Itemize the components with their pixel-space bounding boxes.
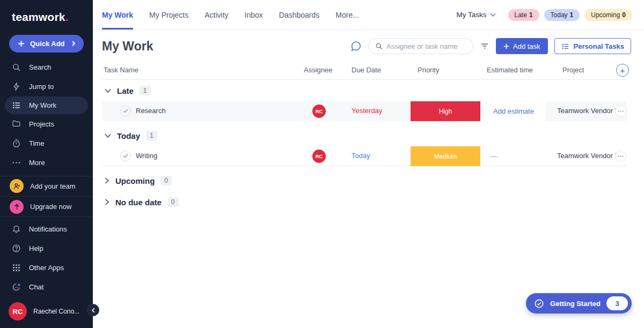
due-date[interactable]: Today [352,152,370,160]
section-title: Today [117,131,140,140]
sidebar-item-more[interactable]: More [0,153,93,173]
task-name[interactable]: Research [136,107,166,115]
sidebar-item-label: Other Apps [29,264,64,272]
tab-more[interactable]: More... [335,0,359,29]
add-column-button[interactable]: + [616,64,629,77]
upgrade-arrow-icon [10,200,24,214]
chevron-down-icon [105,88,111,93]
apps-grid-icon [12,263,21,273]
user-profile[interactable]: RC Raechel Cono... [0,297,93,328]
task-name[interactable]: Writing [136,152,157,160]
sidebar-item-label: My Work [29,101,56,109]
row-more-options-button[interactable] [615,106,626,117]
filter-icon[interactable] [480,41,489,51]
search-icon [375,42,383,50]
section-count-badge: 1 [146,131,157,140]
complete-task-checkbox[interactable] [120,151,131,161]
sidebar-item-label: Time [29,139,44,147]
upcoming-count-badge[interactable]: Upcoming0 [584,9,632,21]
sidebar-item-projects[interactable]: Projects [0,114,93,133]
task-list-icon [12,101,21,110]
tab-my-projects[interactable]: My Projects [149,0,188,29]
task-search-box [368,38,473,54]
sidebar-item-add-your-team[interactable]: Add your team [0,176,93,196]
tab-activity[interactable]: Activity [204,0,228,29]
quick-add-button[interactable]: Quick Add [9,35,84,52]
user-name: Raechel Cono... [33,308,79,315]
section-header-no-due-date[interactable]: No due date 0 [102,191,627,213]
logo-dot: . [65,11,69,23]
lightning-icon [12,82,21,92]
topbar-right: My Tasks Late1 Today1 Upcoming0 [457,9,633,21]
sidebar-collapse-button[interactable] [87,304,99,316]
sidebar-item-jump-to[interactable]: Jump to [0,77,93,96]
search-icon [12,63,21,72]
my-tasks-dropdown[interactable]: My Tasks [457,11,496,19]
help-icon [12,244,21,254]
add-task-button[interactable]: Add task [496,38,548,54]
priority-cell[interactable]: High [411,101,480,121]
chevron-down-icon [490,13,496,17]
sidebar: teamwork. Quick Add Search Jump to My Wo… [0,0,93,328]
header-controls: Add task Personal Tasks [350,38,631,54]
assignee-avatar[interactable]: RC [312,150,326,163]
today-count-badge[interactable]: Today1 [544,9,580,21]
top-navigation-bar: My Work My Projects Activity Inbox Dashb… [93,0,644,30]
sidebar-item-label: Chat [29,283,43,291]
section-title: No due date [115,198,162,207]
plus-icon [18,40,25,47]
estimate-placeholder[interactable]: — [481,146,546,166]
sidebar-item-search[interactable]: Search [0,58,93,77]
table-header-row: Task Name Assignee Due Date Priority Est… [102,62,627,80]
sidebar-item-label: Projects [29,120,54,128]
add-estimate-link[interactable]: Add estimate [481,101,546,121]
tab-my-work[interactable]: My Work [102,0,133,29]
section-header-today[interactable]: Today 1 [102,125,627,146]
plus-icon [503,43,509,49]
personal-tasks-button[interactable]: Personal Tasks [554,38,631,54]
table-row[interactable]: Research RC Yesterday High Add estimate … [102,101,627,121]
search-input[interactable] [386,42,462,50]
project-name[interactable]: Teamwork Vendor Pr [557,107,622,115]
sidebar-item-my-work[interactable]: My Work [5,96,88,114]
chat-icon [12,282,21,292]
sidebar-item-label: Jump to [29,83,54,91]
sidebar-item-time[interactable]: Time [0,133,93,153]
sidebar-item-label: Search [29,63,51,71]
teamwork-logo: teamwork. [0,0,93,27]
sidebar-item-notifications[interactable]: Notifications [0,219,93,238]
tab-inbox[interactable]: Inbox [245,0,263,29]
sidebar-item-label: Add your team [30,182,76,190]
chevron-right-icon [105,177,109,184]
column-header-project: Project [562,66,584,74]
table-row[interactable]: Writing RC Today Medium — Teamwork Vendo… [102,146,627,166]
column-header-estimated-time: Estimated time [487,66,533,74]
getting-started-button[interactable]: Getting Started 3 [526,293,632,314]
section-title: Late [117,86,134,95]
quick-add-label: Quick Add [30,40,65,48]
due-date[interactable]: Yesterday [352,107,382,115]
my-tasks-label: My Tasks [457,11,487,19]
project-name[interactable]: Teamwork Vendor Pr [557,152,622,160]
priority-cell[interactable]: Medium [411,146,480,166]
assignee-avatar[interactable]: RC [312,105,326,118]
sidebar-item-upgrade-now[interactable]: Upgrade now [0,197,93,217]
sidebar-item-other-apps[interactable]: Other Apps [0,258,93,278]
section-header-late[interactable]: Late 1 [102,80,627,101]
row-more-options-button[interactable] [615,151,626,162]
page-title: My Work [102,39,153,54]
nav-tabs: My Work My Projects Activity Inbox Dashb… [102,0,359,29]
comment-bubble-icon[interactable] [350,40,362,52]
column-header-assignee: Assignee [304,66,332,74]
section-header-upcoming[interactable]: Upcoming 0 [102,170,627,191]
sidebar-item-help[interactable]: Help [0,238,93,258]
late-count-badge[interactable]: Late1 [508,9,539,21]
bell-icon [12,224,21,234]
column-header-task-name: Task Name [104,66,138,74]
tab-dashboards[interactable]: Dashboards [279,0,320,29]
sidebar-item-label: Help [29,244,43,252]
column-header-priority: Priority [418,66,439,74]
complete-task-checkbox[interactable] [120,106,131,116]
sidebar-item-chat[interactable]: Chat [0,278,93,297]
folder-icon [12,119,21,129]
